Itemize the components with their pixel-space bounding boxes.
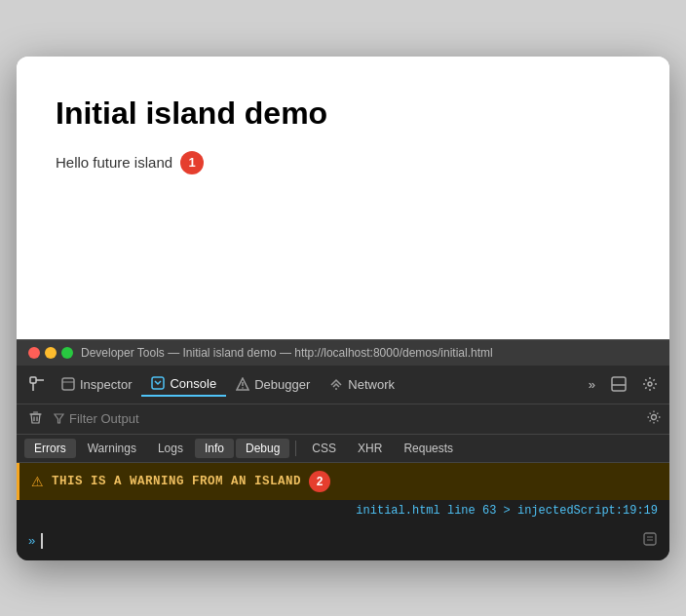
svg-point-8	[242, 387, 244, 389]
tab-console-label: Console	[170, 376, 216, 391]
warning-icon: ⚠	[31, 474, 44, 489]
console-input-row[interactable]: »	[17, 521, 669, 560]
filter-input-wrap: Filter Output	[53, 411, 640, 426]
console-prompt-icon: »	[28, 533, 35, 548]
svg-rect-10	[612, 377, 626, 391]
log-tab-separator	[295, 441, 296, 456]
svg-point-15	[652, 415, 657, 420]
log-tab-requests[interactable]: Requests	[394, 439, 463, 458]
log-tab-warnings[interactable]: Warnings	[78, 439, 146, 458]
page-body: Hello future island 1	[56, 151, 630, 174]
log-tab-xhr[interactable]: XHR	[348, 439, 392, 458]
log-tab-debug[interactable]: Debug	[236, 439, 289, 458]
svg-rect-3	[62, 378, 74, 390]
tab-inspector[interactable]: Inspector	[52, 373, 141, 396]
badge-1: 1	[180, 151, 204, 174]
source-link[interactable]: initial.html line 63 > injectedScript:19…	[356, 504, 658, 518]
clear-console-btn[interactable]	[24, 408, 47, 430]
svg-point-9	[335, 388, 337, 390]
console-format-btn[interactable]	[642, 531, 658, 550]
traffic-lights	[28, 347, 73, 359]
log-tab-logs[interactable]: Logs	[148, 439, 193, 458]
devtools-more-btn[interactable]: »	[583, 373, 601, 396]
source-link-row: initial.html line 63 > injectedScript:19…	[17, 500, 669, 521]
page-title: Initial island demo	[56, 96, 630, 132]
tab-inspector-label: Inspector	[80, 377, 132, 392]
tab-console[interactable]: Console	[141, 372, 226, 397]
traffic-light-maximize[interactable]	[61, 347, 73, 359]
log-tab-errors[interactable]: Errors	[24, 439, 76, 458]
log-level-tabs: Errors Warnings Logs Info Debug CSS XHR …	[17, 435, 669, 463]
filter-label: Filter Output	[69, 411, 139, 426]
warning-badge: 2	[309, 471, 330, 492]
svg-rect-0	[30, 377, 36, 383]
warning-text: THIS IS A WARNING FROM AN ISLAND	[52, 475, 301, 488]
filter-settings-btn[interactable]	[646, 409, 662, 428]
devtools-titlebar: Developer Tools — Initial island demo — …	[17, 340, 669, 366]
devtools-pick-element-btn[interactable]	[22, 371, 52, 397]
svg-point-12	[648, 382, 652, 386]
body-text: Hello future island	[56, 154, 172, 171]
log-tab-info[interactable]: Info	[195, 439, 234, 458]
devtools-panel: Developer Tools — Initial island demo — …	[17, 339, 669, 560]
warning-message-row: ⚠ THIS IS A WARNING FROM AN ISLAND 2	[17, 463, 669, 500]
console-cursor	[41, 533, 43, 549]
devtools-toolbar: Inspector Console Debugger	[17, 366, 669, 404]
devtools-title: Developer Tools — Initial island demo — …	[81, 346, 493, 360]
filter-bar: Filter Output	[17, 404, 669, 435]
tab-debugger-label: Debugger	[254, 377, 310, 392]
traffic-light-close[interactable]	[28, 347, 40, 359]
browser-window: Initial island demo Hello future island …	[17, 57, 669, 560]
tab-network[interactable]: Network	[320, 373, 404, 396]
browser-content: Initial island demo Hello future island …	[17, 57, 669, 339]
devtools-dock-btn[interactable]	[605, 372, 632, 396]
devtools-settings-btn[interactable]	[636, 372, 664, 396]
traffic-light-minimize[interactable]	[45, 347, 57, 359]
svg-rect-16	[644, 533, 656, 545]
tab-network-label: Network	[348, 377, 395, 392]
tab-debugger[interactable]: Debugger	[226, 373, 320, 396]
log-tab-css[interactable]: CSS	[302, 439, 346, 458]
devtools-more: »	[583, 372, 664, 396]
